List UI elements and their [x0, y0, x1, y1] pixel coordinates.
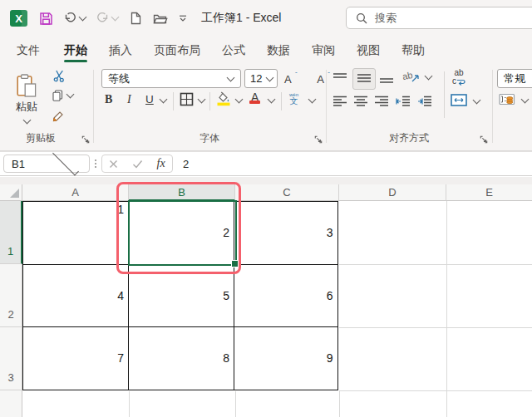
- paste-clipboard-icon: [17, 74, 37, 97]
- select-all-button[interactable]: [0, 184, 22, 201]
- orientation-icon: ab: [401, 70, 413, 81]
- cancel-icon[interactable]: [109, 159, 118, 169]
- merge-center-button[interactable]: [451, 94, 467, 106]
- open-file-button[interactable]: [153, 12, 168, 24]
- search-box[interactable]: 搜索: [346, 7, 532, 29]
- decrease-indent-button[interactable]: [396, 96, 411, 107]
- increase-indent-button[interactable]: [417, 96, 432, 107]
- column-header-D[interactable]: D: [339, 184, 446, 201]
- font-dialog-launcher-icon[interactable]: [314, 135, 323, 144]
- tab-review[interactable]: 审阅: [301, 37, 346, 65]
- undo-button[interactable]: [64, 12, 86, 24]
- shrink-font-icon: A: [317, 73, 324, 86]
- tab-file[interactable]: 文件: [0, 37, 53, 65]
- tab-insert[interactable]: 插入: [98, 37, 143, 65]
- font-name-select[interactable]: 等线: [101, 69, 241, 88]
- align-bottom-button[interactable]: [379, 72, 394, 84]
- search-placeholder: 搜索: [375, 11, 397, 26]
- accounting-dropdown-icon[interactable]: [521, 96, 530, 104]
- cut-button[interactable]: [53, 70, 66, 82]
- cell-A1[interactable]: 1: [23, 202, 129, 265]
- tab-view[interactable]: 视图: [346, 37, 391, 65]
- formula-input[interactable]: 2: [183, 158, 189, 170]
- name-box[interactable]: B1: [3, 155, 90, 173]
- bold-button[interactable]: B: [105, 93, 112, 106]
- paste-button[interactable]: 粘贴: [8, 68, 45, 128]
- increase-font-size-button[interactable]: Aˆ: [284, 73, 292, 86]
- column-header-C[interactable]: C: [235, 184, 339, 201]
- italic-button[interactable]: I: [127, 93, 131, 106]
- cell-B3[interactable]: 8: [129, 327, 234, 390]
- clipboard-group-label: 剪贴板: [0, 131, 81, 145]
- align-center-button[interactable]: [353, 96, 368, 107]
- undo-icon: [64, 12, 76, 24]
- tab-help[interactable]: 帮助: [391, 37, 436, 65]
- document-title: 工作簿1 - Excel: [201, 11, 281, 26]
- clipboard-dialog-launcher-icon[interactable]: [81, 135, 90, 144]
- alignment-group: ab: [326, 65, 492, 150]
- new-file-button[interactable]: [131, 12, 141, 25]
- row-header-2[interactable]: 2: [0, 264, 22, 327]
- copy-button[interactable]: [52, 90, 73, 101]
- name-box-dropdown-icon[interactable]: [52, 150, 79, 176]
- formula-bar-drag-handle[interactable]: [90, 159, 101, 168]
- format-painter-button[interactable]: [52, 110, 65, 124]
- open-folder-icon: [153, 12, 168, 24]
- underline-button[interactable]: U: [145, 93, 154, 105]
- save-button[interactable]: [39, 12, 53, 26]
- number-format-select[interactable]: 常规: [497, 69, 532, 88]
- excel-logo-icon[interactable]: X: [10, 10, 27, 27]
- row-header-3[interactable]: 3: [0, 327, 22, 390]
- orientation-dropdown-icon[interactable]: [425, 72, 433, 81]
- font-size-select[interactable]: 12: [244, 69, 278, 88]
- align-top-icon: [332, 72, 347, 84]
- tab-home[interactable]: 开始: [53, 37, 98, 65]
- cell-C1[interactable]: 3: [234, 202, 338, 265]
- underline-dropdown-icon[interactable]: [160, 96, 168, 104]
- fill-color-button[interactable]: [216, 91, 231, 106]
- align-left-button[interactable]: [332, 96, 347, 107]
- accounting-format-button[interactable]: [499, 92, 515, 106]
- enter-icon[interactable]: [132, 159, 143, 169]
- font-group: 等线 12 Aˆ Aˇ B I U: [93, 65, 326, 150]
- alignment-group-label: 对齐方式: [326, 131, 492, 145]
- borders-button[interactable]: [180, 92, 194, 106]
- font-group-label: 字体: [93, 131, 326, 145]
- orientation-button[interactable]: ab: [402, 68, 421, 83]
- font-color-dropdown-icon[interactable]: [268, 96, 276, 104]
- merge-dropdown-icon[interactable]: [473, 96, 481, 105]
- cell-C2[interactable]: 6: [234, 265, 338, 328]
- cell-C3[interactable]: 9: [234, 327, 338, 390]
- tab-page-layout[interactable]: 页面布局: [143, 37, 211, 65]
- phonetic-guide-button[interactable]: wén 文: [289, 92, 298, 105]
- tab-data[interactable]: 数据: [256, 37, 301, 65]
- align-right-button[interactable]: [374, 96, 389, 107]
- gridline: [129, 391, 130, 417]
- ribbon: 粘贴: [0, 65, 532, 151]
- wrap-text-button[interactable]: ab c: [452, 69, 466, 86]
- worksheet: A B C D E 1 2 3 1 2 3 4 5 6 7 8 9: [0, 177, 532, 417]
- fill-color-icon: [216, 91, 231, 106]
- quick-access-more-button[interactable]: [179, 15, 187, 22]
- column-header-E[interactable]: E: [446, 184, 532, 201]
- decrease-font-size-button[interactable]: Aˇ: [317, 73, 324, 86]
- phonetic-dropdown-icon[interactable]: [308, 96, 317, 104]
- fill-color-dropdown-icon[interactable]: [235, 96, 244, 104]
- cell-A2[interactable]: 4: [23, 265, 129, 328]
- font-color-button[interactable]: A: [249, 92, 260, 103]
- row-header-1[interactable]: 1: [0, 201, 22, 264]
- tab-formulas[interactable]: 公式: [211, 37, 256, 65]
- alignment-dialog-launcher-icon[interactable]: [480, 135, 488, 144]
- row-header-4[interactable]: [0, 390, 22, 417]
- cell-A3[interactable]: 7: [23, 327, 129, 390]
- borders-dropdown-icon[interactable]: [198, 96, 206, 104]
- align-middle-button[interactable]: [352, 68, 376, 90]
- borders-icon: [180, 92, 194, 106]
- redo-dropdown-icon: [111, 13, 120, 22]
- redo-button[interactable]: [96, 12, 118, 24]
- column-header-A[interactable]: A: [22, 184, 129, 201]
- align-top-button[interactable]: [332, 72, 347, 84]
- formula-bar: B1 fx 2: [0, 151, 532, 176]
- undo-dropdown-icon[interactable]: [79, 13, 87, 22]
- insert-function-button[interactable]: fx: [157, 157, 165, 170]
